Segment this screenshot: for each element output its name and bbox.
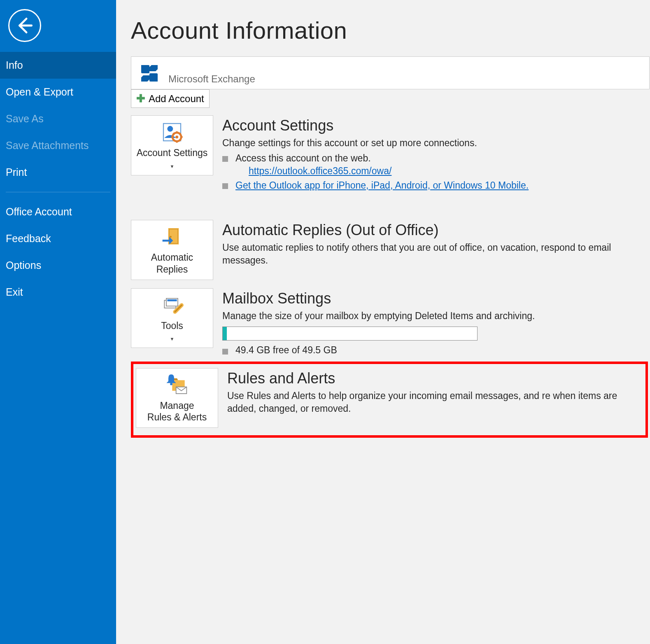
section-account-settings: Account Settings ▼ Account Settings Chan…	[131, 115, 650, 191]
backstage-sidebar: Info Open & Export Save As Save Attachme…	[0, 0, 116, 644]
add-account-button[interactable]: ✚ Add Account	[131, 89, 210, 108]
heading-mailbox-settings: Mailbox Settings	[222, 290, 650, 307]
nav-item-print[interactable]: Print	[0, 159, 116, 186]
account-type-label: Microsoft Exchange	[168, 73, 255, 85]
svg-point-4	[175, 135, 178, 138]
tile-automatic-replies[interactable]: Automatic Replies	[131, 220, 213, 280]
rules-alerts-icon	[165, 373, 189, 397]
nav-list: Info Open & Export Save As Save Attachme…	[0, 52, 116, 306]
add-account-label: Add Account	[149, 93, 204, 105]
account-selector[interactable]: Microsoft Exchange	[131, 56, 650, 89]
nav-item-feedback[interactable]: Feedback	[0, 225, 116, 252]
square-bullet-icon	[222, 183, 228, 189]
desc-rules-alerts: Use Rules and Alerts to help organize yo…	[227, 390, 643, 415]
main-pane: Account Information Microsoft Exchange ✚…	[116, 0, 650, 644]
bullet-access-web: Access this account on the web. https://…	[222, 153, 650, 177]
tile-tools-label: Tools ▼	[161, 320, 183, 344]
heading-account-settings: Account Settings	[222, 117, 650, 134]
tile-manage-rules-alerts-label: Manage Rules & Alerts	[147, 400, 207, 424]
back-arrow-icon	[14, 15, 35, 36]
svg-line-11	[173, 140, 174, 141]
heading-automatic-replies: Automatic Replies (Out of Office)	[222, 222, 650, 239]
nav-item-options[interactable]: Options	[0, 252, 116, 279]
square-bullet-icon	[222, 349, 228, 355]
svg-point-15	[170, 236, 172, 238]
nav-divider	[6, 192, 110, 192]
storage-progress-bar	[222, 327, 478, 341]
nav-item-exit[interactable]: Exit	[0, 279, 116, 306]
desc-automatic-replies: Use automatic replies to notify others t…	[222, 241, 650, 267]
exchange-icon	[137, 61, 162, 86]
back-button[interactable]	[8, 9, 41, 42]
access-web-text: Access this account on the web.	[235, 153, 371, 163]
automatic-replies-icon	[161, 225, 184, 248]
chevron-down-icon: ▼	[170, 164, 175, 169]
tile-account-settings-label: Account Settings ▼	[134, 147, 210, 171]
plus-icon: ✚	[136, 92, 145, 105]
tile-account-settings[interactable]: Account Settings ▼	[131, 115, 213, 175]
desc-account-settings: Change settings for this account or set …	[222, 137, 650, 149]
heading-rules-alerts: Rules and Alerts	[227, 370, 643, 387]
svg-point-20	[170, 383, 172, 385]
chevron-down-icon: ▼	[170, 336, 175, 341]
nav-item-office-account[interactable]: Office Account	[0, 198, 116, 225]
svg-line-9	[173, 133, 174, 134]
section-automatic-replies: Automatic Replies Automatic Replies (Out…	[131, 220, 650, 280]
nav-item-info[interactable]: Info	[0, 52, 116, 79]
desc-mailbox-settings: Manage the size of your mailbox by empty…	[222, 310, 650, 322]
nav-item-save-attachments: Save Attachments	[0, 132, 116, 159]
owa-link[interactable]: https://outlook.office365.com/owa/	[249, 166, 391, 176]
storage-progress-fill	[223, 327, 227, 340]
svg-point-2	[167, 126, 173, 132]
section-rules-alerts: Manage Rules & Alerts Rules and Alerts U…	[131, 362, 648, 438]
tile-automatic-replies-label: Automatic Replies	[151, 252, 193, 275]
nav-item-save-as: Save As	[0, 105, 116, 132]
page-title: Account Information	[131, 16, 650, 44]
square-bullet-icon	[222, 156, 228, 162]
tile-tools[interactable]: Tools ▼	[131, 288, 213, 348]
svg-rect-18	[167, 299, 177, 301]
get-app-link[interactable]: Get the Outlook app for iPhone, iPad, An…	[235, 180, 529, 191]
account-settings-icon	[161, 121, 184, 144]
storage-text: 49.4 GB free of 49.5 GB	[235, 345, 337, 356]
svg-line-10	[180, 140, 181, 141]
svg-line-12	[180, 133, 181, 134]
section-mailbox-settings: Tools ▼ Mailbox Settings Manage the size…	[131, 288, 650, 356]
bullet-get-app: Get the Outlook app for iPhone, iPad, An…	[222, 180, 650, 191]
nav-item-open-export[interactable]: Open & Export	[0, 79, 116, 105]
tile-manage-rules-alerts[interactable]: Manage Rules & Alerts	[136, 368, 218, 428]
tools-icon	[161, 294, 184, 317]
